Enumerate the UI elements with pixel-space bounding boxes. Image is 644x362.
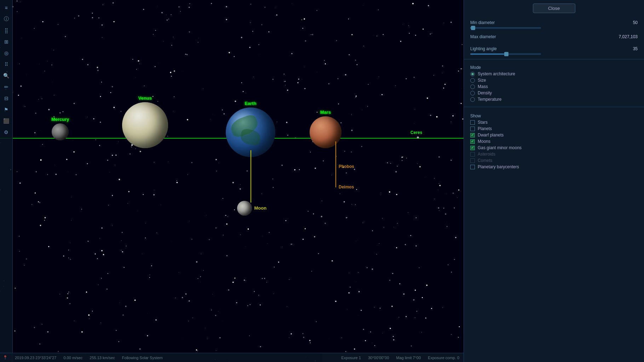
ceres-dot	[417, 136, 419, 139]
radio-mass[interactable]: Mass	[470, 84, 638, 89]
mars-sphere	[310, 116, 341, 148]
mars-label: Mars	[320, 110, 331, 115]
moon-moon[interactable]: Moon	[237, 201, 266, 216]
radio-system-architecture-label: System architecture	[478, 71, 515, 76]
checkbox-moons-label: Moons	[478, 139, 490, 144]
radio-size-label: Size	[478, 78, 486, 83]
right-panel: Close Min diameter 50 Max diameter 7,027…	[464, 0, 644, 362]
settings-button[interactable]: ⚙	[1, 127, 11, 137]
checkbox-planets-label: Planets	[478, 126, 492, 131]
search-button[interactable]: 🔍	[1, 71, 11, 81]
info-button[interactable]: ⓘ	[1, 14, 11, 24]
max-diameter-section: Max diameter 7,027,103	[464, 31, 644, 43]
following-display: Following Solar System	[122, 356, 163, 360]
checkbox-dwarf-planets-box	[470, 133, 475, 138]
radio-size[interactable]: Size	[470, 78, 638, 83]
moon-label: Moon	[254, 205, 266, 211]
venus-sphere	[122, 102, 168, 148]
checkbox-moons[interactable]: Moons	[470, 139, 638, 144]
lighting-angle-section: Lighting angle 35	[464, 43, 644, 57]
radio-temperature[interactable]: Temperature	[470, 97, 638, 102]
deimos-label[interactable]: Deimos	[339, 185, 354, 189]
left-toolbar: ≡ ⓘ ⣿ ⊞ ◎ ⠿ 🔍 ✏ ⊟ ⚑ ⬛ ⚙	[0, 0, 13, 362]
min-diameter-slider[interactable]	[470, 27, 541, 29]
checkbox-stars[interactable]: Stars	[470, 120, 638, 125]
earth-label: Earth	[245, 101, 256, 106]
moon-sphere	[237, 201, 252, 216]
checkbox-stars-label: Stars	[478, 120, 488, 125]
lighting-angle-thumb[interactable]	[504, 52, 508, 56]
earth-sphere	[226, 107, 275, 157]
deimos-connector-line	[335, 141, 336, 187]
exposure-comp-display: Exposure comp. 0	[428, 356, 459, 360]
checkbox-comets-box	[470, 158, 475, 163]
radio-density-label: Density	[478, 90, 492, 95]
monitor-button[interactable]: ⬛	[1, 116, 11, 126]
checkbox-comets-label: Comets	[478, 158, 492, 163]
checkbox-asteroids: Asteroids	[470, 152, 638, 157]
checkbox-asteroids-label: Asteroids	[478, 152, 495, 157]
speed2-display: 255.13 km/sec	[90, 356, 115, 360]
max-diameter-label: Max diameter	[470, 34, 496, 39]
ceres-label[interactable]: Ceres	[410, 130, 422, 135]
max-diameter-value: 7,027,103	[619, 34, 638, 39]
radio-mass-circle	[470, 84, 475, 89]
show-section: Show Stars Planets Dwarf planets Moons G…	[464, 109, 644, 172]
speed-display: 0.00 m/sec	[63, 356, 82, 360]
edit-button[interactable]: ✏	[1, 82, 11, 92]
lighting-angle-label: Lighting angle	[470, 46, 497, 51]
checkbox-planets-box	[470, 127, 475, 131]
scatter-button[interactable]: ⠿	[1, 59, 11, 69]
checkbox-planetary-barycenters-box	[470, 165, 475, 169]
phobos-label[interactable]: Phobos	[339, 164, 354, 169]
radio-system-architecture-circle	[470, 72, 475, 76]
starfield	[0, 0, 464, 362]
menu-button[interactable]: ≡	[1, 3, 11, 13]
gps-indicator: 📍	[3, 355, 8, 360]
min-diameter-thumb[interactable]	[471, 26, 475, 30]
radio-system-architecture[interactable]: System architecture	[470, 71, 638, 76]
target-button[interactable]: ◎	[1, 48, 11, 58]
show-title: Show	[470, 113, 638, 118]
checkbox-planetary-barycenters-label: Planetary barycenters	[478, 164, 519, 169]
checkbox-gas-giant-minor-moons-box	[470, 146, 475, 150]
divider-2	[464, 107, 644, 107]
mercury-label: Mercury	[51, 117, 69, 122]
min-diameter-value: 50	[633, 20, 638, 25]
venus-planet[interactable]: Venus	[122, 95, 168, 148]
min-diameter-label: Min diameter	[470, 20, 495, 25]
checkbox-gas-giant-minor-moons[interactable]: Gas giant minor moons	[470, 145, 638, 150]
grid-button[interactable]: ⊟	[1, 93, 11, 103]
radio-temperature-circle	[470, 97, 475, 102]
radio-size-circle	[470, 78, 475, 83]
checkbox-moons-box	[470, 139, 475, 144]
checkbox-dwarf-planets-label: Dwarf planets	[478, 133, 504, 138]
checkbox-comets: Comets	[470, 158, 638, 163]
lighting-angle-slider[interactable]	[470, 53, 541, 55]
chart-button[interactable]: ⣿	[1, 25, 11, 35]
exposure-display: Exposure 1	[341, 356, 361, 360]
checkbox-gas-giant-minor-moons-label: Gas giant minor moons	[478, 145, 522, 150]
checkbox-planetary-barycenters[interactable]: Planetary barycenters	[470, 164, 638, 169]
earth-planet[interactable]: Earth	[226, 101, 275, 157]
lighting-angle-value: 35	[633, 46, 638, 51]
close-button[interactable]: Close	[533, 4, 575, 13]
checkbox-dwarf-planets[interactable]: Dwarf planets	[470, 133, 638, 138]
radio-mass-label: Mass	[478, 84, 488, 89]
divider-1	[464, 59, 644, 59]
coords-display: 30°00'00"00	[368, 356, 389, 360]
radio-density-circle	[470, 91, 475, 95]
radio-temperature-label: Temperature	[478, 97, 501, 102]
venus-label: Venus	[138, 95, 152, 101]
datetime-display: 2019.09.23 23°33'24"27	[15, 356, 56, 360]
mercury-sphere	[52, 123, 69, 140]
mercury-planet[interactable]: Mercury	[51, 117, 69, 140]
radio-density[interactable]: Density	[470, 90, 638, 95]
flag-button[interactable]: ⚑	[1, 105, 11, 115]
mode-section: Mode System architecture Size Mass Densi…	[464, 62, 644, 105]
checkbox-planets[interactable]: Planets	[470, 126, 638, 131]
mag-limit-display: Mag limit 7°00	[396, 356, 421, 360]
status-bar-right: Exposure 1 30°00'00"00 Mag limit 7°00 Ex…	[322, 353, 464, 362]
mars-planet[interactable]: Mars	[310, 110, 341, 148]
layers-button[interactable]: ⊞	[1, 37, 11, 47]
